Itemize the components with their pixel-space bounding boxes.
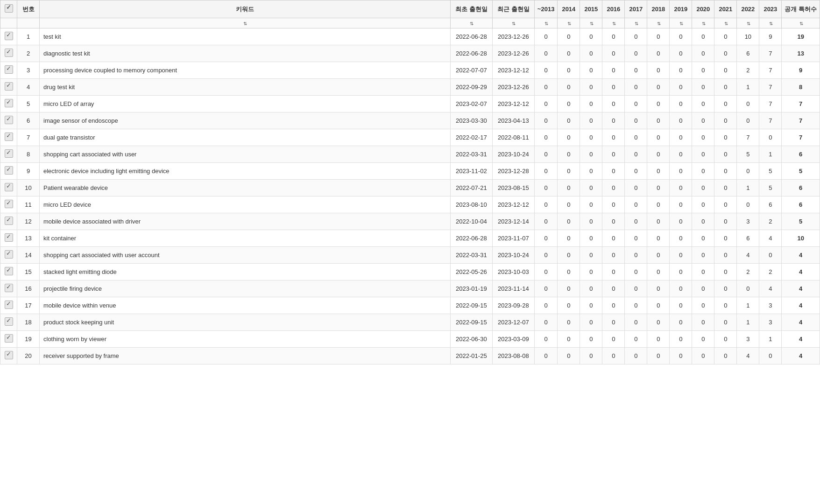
header-public: 공개 특허수 xyxy=(782,0,820,18)
row-2023: 0 xyxy=(759,246,782,263)
sort-2013-col[interactable]: ⇅ xyxy=(534,18,558,28)
2018-sort-arrows[interactable]: ⇅ xyxy=(657,21,661,26)
row-checkbox[interactable] xyxy=(5,351,13,359)
row-checkbox[interactable] xyxy=(5,133,13,141)
row-checkbox-cell[interactable] xyxy=(0,28,17,45)
public-sort-arrows[interactable]: ⇅ xyxy=(799,21,803,26)
row-checkbox[interactable] xyxy=(5,166,13,175)
sort-2017-col[interactable]: ⇅ xyxy=(625,18,647,28)
row-checkbox-cell[interactable] xyxy=(0,314,17,330)
sort-2019-col[interactable]: ⇅ xyxy=(670,18,692,28)
row-2022: 2 xyxy=(737,62,759,78)
last-date-sort-arrows[interactable]: ⇅ xyxy=(512,21,516,26)
2022-sort-arrows[interactable]: ⇅ xyxy=(747,21,750,26)
row-checkbox-cell[interactable] xyxy=(0,62,17,78)
sort-2018-col[interactable]: ⇅ xyxy=(647,18,670,28)
row-checkbox[interactable] xyxy=(5,301,13,309)
sort-keyword-col[interactable]: ⇅ xyxy=(40,18,451,28)
row-2020: 0 xyxy=(692,95,714,112)
row-checkbox-cell[interactable] xyxy=(0,280,17,297)
2023-sort-arrows[interactable]: ⇅ xyxy=(769,21,773,26)
row-2016: 0 xyxy=(602,263,625,280)
row-2017: 0 xyxy=(625,196,647,213)
row-2015: 0 xyxy=(580,95,602,112)
row-checkbox-cell[interactable] xyxy=(0,196,17,213)
row-2015: 0 xyxy=(580,112,602,129)
2019-sort-arrows[interactable]: ⇅ xyxy=(679,21,683,26)
sort-2023-col[interactable]: ⇅ xyxy=(759,18,782,28)
row-checkbox-cell[interactable] xyxy=(0,246,17,263)
row-checkbox-cell[interactable] xyxy=(0,347,17,364)
row-checkbox[interactable] xyxy=(5,99,13,107)
sort-2021-col[interactable]: ⇅ xyxy=(714,18,737,28)
sort-last-date-col[interactable]: ⇅ xyxy=(492,18,534,28)
row-keyword: test kit xyxy=(40,28,451,45)
row-checkbox[interactable] xyxy=(5,183,13,191)
row-2022: 10 xyxy=(737,28,759,45)
table-row: 13 kit container 2022-06-28 2023-11-07 0… xyxy=(0,230,820,246)
sort-2016-col[interactable]: ⇅ xyxy=(602,18,625,28)
table-row: 9 electronic device including light emit… xyxy=(0,162,820,179)
row-checkbox-cell[interactable] xyxy=(0,162,17,179)
row-keyword: receiver supported by frame xyxy=(40,347,451,364)
row-checkbox[interactable] xyxy=(5,65,13,74)
select-all-checkbox[interactable] xyxy=(5,4,13,13)
row-checkbox-cell[interactable] xyxy=(0,129,17,146)
2013-sort-arrows[interactable]: ⇅ xyxy=(544,21,548,26)
row-2014: 0 xyxy=(558,263,580,280)
row-num: 5 xyxy=(17,95,40,112)
row-checkbox-cell[interactable] xyxy=(0,95,17,112)
keyword-sort-arrows[interactable]: ⇅ xyxy=(243,21,247,26)
header-keyword: 키워드 xyxy=(40,0,451,18)
2017-sort-arrows[interactable]: ⇅ xyxy=(635,21,638,26)
row-checkbox[interactable] xyxy=(5,217,13,225)
row-checkbox[interactable] xyxy=(5,82,13,91)
row-2015: 0 xyxy=(580,179,602,196)
header-2019: 2019 xyxy=(670,0,692,18)
row-num: 2 xyxy=(17,45,40,62)
row-checkbox-cell[interactable] xyxy=(0,213,17,230)
sort-first-date-col[interactable]: ⇅ xyxy=(450,18,492,28)
row-checkbox[interactable] xyxy=(5,334,13,343)
row-checkbox-cell[interactable] xyxy=(0,146,17,162)
sort-2015-col[interactable]: ⇅ xyxy=(580,18,602,28)
sort-2020-col[interactable]: ⇅ xyxy=(692,18,714,28)
header-checkbox[interactable] xyxy=(0,0,17,18)
row-public: 4 xyxy=(782,280,820,297)
row-2017: 0 xyxy=(625,297,647,314)
row-checkbox[interactable] xyxy=(5,233,13,242)
row-checkbox[interactable] xyxy=(5,200,13,208)
row-2021: 0 xyxy=(714,230,737,246)
2016-sort-arrows[interactable]: ⇅ xyxy=(612,21,616,26)
row-2013: 0 xyxy=(534,230,558,246)
2015-sort-arrows[interactable]: ⇅ xyxy=(590,21,594,26)
row-checkbox[interactable] xyxy=(5,116,13,124)
sort-2014-col[interactable]: ⇅ xyxy=(558,18,580,28)
row-checkbox[interactable] xyxy=(5,250,13,259)
sort-2022-col[interactable]: ⇅ xyxy=(737,18,759,28)
row-checkbox-cell[interactable] xyxy=(0,230,17,246)
row-2021: 0 xyxy=(714,45,737,62)
row-checkbox[interactable] xyxy=(5,149,13,158)
first-date-sort-arrows[interactable]: ⇅ xyxy=(470,21,474,26)
row-checkbox-cell[interactable] xyxy=(0,112,17,129)
row-checkbox-cell[interactable] xyxy=(0,179,17,196)
row-public: 13 xyxy=(782,45,820,62)
row-checkbox[interactable] xyxy=(5,49,13,57)
row-checkbox-cell[interactable] xyxy=(0,78,17,95)
row-checkbox[interactable] xyxy=(5,284,13,292)
row-checkbox-cell[interactable] xyxy=(0,263,17,280)
row-checkbox-cell[interactable] xyxy=(0,330,17,347)
row-checkbox-cell[interactable] xyxy=(0,45,17,62)
table-row: 7 dual gate transistor 2022-02-17 2022-0… xyxy=(0,129,820,146)
row-2015: 0 xyxy=(580,62,602,78)
2020-sort-arrows[interactable]: ⇅ xyxy=(702,21,706,26)
row-checkbox[interactable] xyxy=(5,317,13,326)
2014-sort-arrows[interactable]: ⇅ xyxy=(567,21,571,26)
row-checkbox-cell[interactable] xyxy=(0,297,17,314)
row-checkbox[interactable] xyxy=(5,267,13,275)
row-2013: 0 xyxy=(534,146,558,162)
row-checkbox[interactable] xyxy=(5,32,13,40)
2021-sort-arrows[interactable]: ⇅ xyxy=(724,21,728,26)
sort-public-col[interactable]: ⇅ xyxy=(782,18,820,28)
